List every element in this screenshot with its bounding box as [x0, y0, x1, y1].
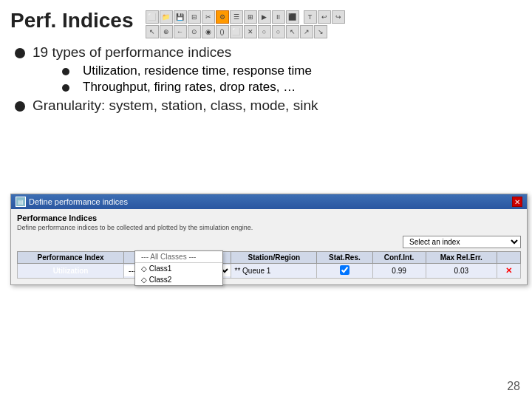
tb-copy[interactable]: ⊟: [188, 10, 201, 24]
tb-fit[interactable]: ◉: [202, 25, 215, 38]
dialog-body: Performance Indices Define performance i…: [11, 209, 527, 284]
sub-item-1-text: Utilization, residence time, response ti…: [83, 64, 312, 78]
dropdown-item-class2[interactable]: ◇ Class2: [135, 274, 222, 285]
col-station: Station/Region: [231, 252, 317, 264]
index-select-container: Select an index Utilization Residence Ti…: [403, 236, 521, 248]
cell-perf-index: Utilization: [18, 264, 124, 279]
tb-log[interactable]: ☰: [230, 10, 243, 24]
tb-circ2[interactable]: ○: [272, 25, 285, 38]
cell-max-rel-err: 0.03: [426, 264, 497, 279]
dialog-close-button[interactable]: ✕: [512, 197, 522, 207]
remove-row-button[interactable]: ✕: [504, 266, 514, 275]
dialog-section-title: Performance Indices: [17, 214, 521, 222]
main-bullet-2-text: Granularity: system, station, class, mod…: [33, 98, 318, 114]
col-actions: [497, 252, 520, 264]
tb-grid[interactable]: ⊞: [244, 10, 257, 24]
dialog-description: Define performance indices to be collect…: [17, 224, 521, 231]
tb-select[interactable]: ⊕: [160, 25, 173, 38]
dialog-title-left: ▤ Define performance indices: [16, 197, 128, 207]
col-perf-index: Performance Index: [18, 252, 124, 264]
tb-rect[interactable]: ⬜: [230, 25, 243, 38]
tb-pause[interactable]: II: [272, 10, 285, 24]
tb-save[interactable]: 💾: [174, 10, 187, 24]
tb-back[interactable]: ←: [174, 25, 187, 38]
cell-conf-int: 0.99: [372, 264, 426, 279]
sub-item-2-text: Throughput, firing rates, drop rates, …: [83, 80, 296, 95]
sub-item-1: Utilization, residence time, response ti…: [47, 64, 517, 78]
content-area: 19 types of performance indices Utilizat…: [0, 38, 532, 121]
tb-group[interactable]: (): [216, 25, 229, 38]
main-bullet-2: Granularity: system, station, class, mod…: [15, 98, 517, 114]
dialog-top-row: Select an index Utilization Residence Ti…: [17, 236, 521, 248]
tb-undo[interactable]: ↩: [318, 10, 331, 24]
table-row: Utilization --- All Classes --- Class1 C…: [18, 264, 521, 279]
tb-circ[interactable]: ○: [258, 25, 271, 38]
tb-arr1[interactable]: ↖: [286, 25, 299, 38]
page-title: Perf. Indices: [10, 7, 134, 33]
tb-open[interactable]: 📁: [160, 10, 173, 24]
toolbar-row-1: ⬜ 📁 💾 ⊟ ✂ ⚙ ☰ ⊞ ▶ II ⬛ T ↩ ↪: [146, 10, 345, 24]
cell-remove[interactable]: ✕: [497, 264, 520, 279]
performance-table: Performance Index Class/Mode Station/Reg…: [17, 251, 521, 279]
tb-arr3[interactable]: ↘: [314, 25, 327, 38]
sub-bullet-1: [62, 68, 69, 75]
index-select-dropdown[interactable]: Select an index Utilization Residence Ti…: [403, 236, 521, 248]
dialog-performance-indices: ▤ Define performance indices ✕ Performan…: [10, 194, 528, 285]
tb-zoom[interactable]: ⊙: [188, 25, 201, 38]
stat-res-checkbox[interactable]: [340, 265, 349, 275]
main-bullet-1-text: 19 types of performance indices: [33, 44, 231, 61]
table-body: Utilization --- All Classes --- Class1 C…: [18, 264, 521, 279]
toolbar: ⬜ 📁 💾 ⊟ ✂ ⚙ ☰ ⊞ ▶ II ⬛ T ↩ ↪ ↖ ⊕ ← ⊙ ◉ (…: [146, 10, 345, 38]
dropdown-item-all[interactable]: --- All Classes ---: [135, 251, 222, 263]
dialog-titlebar: ▤ Define performance indices ✕: [11, 194, 527, 209]
toolbar-row-2: ↖ ⊕ ← ⊙ ◉ () ⬜ ✕ ○ ○ ↖ ↗ ↘: [146, 25, 345, 38]
cell-stat-res[interactable]: [317, 264, 372, 279]
class-mode-dropdown: --- All Classes --- ◇ Class1 ◇ Class2: [134, 250, 223, 286]
col-max-rel-err: Max Rel.Err.: [426, 252, 497, 264]
tb-arrow[interactable]: ↖: [146, 25, 159, 38]
table-header: Performance Index Class/Mode Station/Reg…: [18, 252, 521, 264]
sub-items: Utilization, residence time, response ti…: [15, 64, 517, 95]
sub-bullet-2: [62, 84, 69, 92]
header: Perf. Indices ⬜ 📁 💾 ⊟ ✂ ⚙ ☰ ⊞ ▶ II ⬛ T ↩…: [0, 0, 532, 38]
bullet-dot-2: [15, 101, 25, 112]
tb-cut[interactable]: ✂: [202, 10, 215, 24]
main-bullet-1: 19 types of performance indices: [15, 44, 517, 61]
page-number: 28: [507, 380, 520, 393]
col-conf-int: Conf.Int.: [372, 252, 426, 264]
tb-text[interactable]: T: [304, 10, 317, 24]
cell-station: ** Queue 1: [231, 264, 317, 279]
dropdown-item-class1[interactable]: ◇ Class1: [135, 263, 222, 274]
tb-redo[interactable]: ↪: [332, 10, 345, 24]
tb-stop[interactable]: ⬛: [286, 10, 299, 24]
tb-del[interactable]: ✕: [244, 25, 257, 38]
col-stat-res: Stat.Res.: [317, 252, 372, 264]
dialog-icon: ▤: [16, 197, 26, 207]
tb-new[interactable]: ⬜: [146, 10, 159, 24]
tb-run[interactable]: ⚙: [216, 10, 229, 24]
bullet-dot-1: [15, 48, 25, 58]
sub-item-2: Throughput, firing rates, drop rates, …: [47, 80, 517, 95]
dialog-title-text: Define performance indices: [29, 197, 128, 206]
table-header-row: Performance Index Class/Mode Station/Reg…: [18, 252, 521, 264]
tb-arr2[interactable]: ↗: [300, 25, 313, 38]
tb-play[interactable]: ▶: [258, 10, 271, 24]
